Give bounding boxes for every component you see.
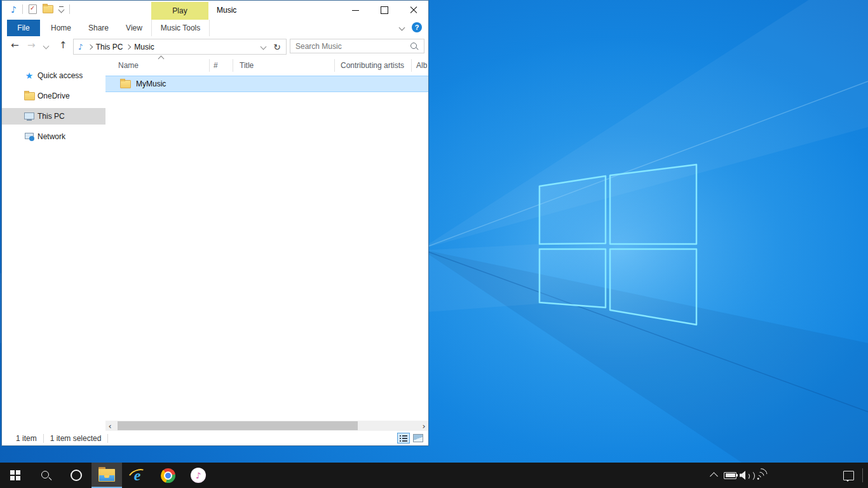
address-bar[interactable]: ♪ This PC Music ↻: [73, 39, 287, 55]
column-header-name[interactable]: Name: [118, 61, 139, 70]
wifi-icon: [753, 468, 768, 483]
large-icons-view-button[interactable]: [412, 433, 424, 444]
status-bar: 1 item 1 item selected: [2, 431, 428, 445]
column-separator[interactable]: [233, 59, 233, 72]
chrome-icon: [161, 468, 175, 483]
tab-view[interactable]: View: [118, 20, 151, 36]
tab-home[interactable]: Home: [44, 20, 78, 36]
title-bar: ♪ ✓ Play Music: [2, 1, 428, 20]
file-explorer-icon: [98, 469, 115, 482]
close-icon: [410, 6, 417, 14]
file-name: MyMusic: [136, 79, 166, 88]
scroll-left-arrow-icon[interactable]: ‹: [105, 421, 114, 431]
search-icon[interactable]: [410, 42, 419, 51]
itunes-icon: ♪: [191, 468, 206, 483]
battery-status-icon[interactable]: [722, 463, 738, 488]
ribbon-tabs: File Home Share View Music Tools ?: [2, 20, 428, 37]
taskbar: e ♪: [0, 463, 868, 488]
expand-ribbon-chevron-icon[interactable]: [399, 24, 405, 30]
breadcrumb-music[interactable]: Music: [130, 43, 158, 51]
help-icon[interactable]: ?: [412, 22, 422, 32]
taskbar-chrome-button[interactable]: [153, 463, 183, 488]
start-button[interactable]: [0, 463, 31, 488]
column-header-album[interactable]: Alb: [416, 61, 427, 70]
column-separator[interactable]: [209, 59, 210, 72]
minimize-icon: [352, 10, 359, 11]
internet-explorer-icon: e: [128, 467, 146, 484]
battery-icon: [724, 472, 736, 479]
sidebar-item-label: Network: [37, 132, 65, 141]
volume-button[interactable]: [737, 463, 754, 488]
separator: [69, 4, 70, 14]
computer-icon: [24, 112, 34, 121]
file-row-mymusic[interactable]: MyMusic: [105, 76, 428, 92]
search-input[interactable]: Search Music: [290, 39, 424, 53]
sidebar-item-this-pc[interactable]: This PC: [2, 108, 105, 125]
taskbar-itunes-button[interactable]: ♪: [183, 463, 214, 488]
forward-button[interactable]: →: [27, 41, 36, 50]
close-button[interactable]: [399, 1, 428, 20]
recent-locations-chevron-icon[interactable]: [43, 43, 50, 50]
star-icon: ★: [25, 71, 34, 80]
minimize-button[interactable]: [341, 1, 370, 20]
details-view-button[interactable]: [397, 433, 410, 444]
items-count: 1 item: [16, 434, 37, 443]
show-hidden-icons-button[interactable]: [705, 463, 722, 488]
tab-music-tools[interactable]: Music Tools: [151, 20, 210, 36]
navigation-pane: ★ Quick access OneDrive This PC Network: [2, 56, 105, 431]
column-header-number[interactable]: #: [214, 61, 218, 70]
back-button[interactable]: ←: [11, 41, 19, 50]
network-button[interactable]: [752, 463, 769, 488]
sidebar-item-onedrive[interactable]: OneDrive: [2, 88, 105, 104]
windows-logo-icon: [10, 470, 20, 480]
taskbar-internet-explorer-button[interactable]: e: [122, 463, 153, 488]
up-button[interactable]: ↑: [59, 41, 67, 50]
separator: [22, 4, 23, 14]
new-folder-icon[interactable]: [43, 5, 53, 13]
cortana-button[interactable]: [61, 463, 92, 488]
tab-file[interactable]: File: [7, 20, 40, 36]
breadcrumb-this-pc[interactable]: This PC: [92, 43, 127, 51]
column-header-title[interactable]: Title: [240, 61, 254, 70]
taskbar-file-explorer-button[interactable]: [92, 463, 122, 488]
music-note-icon: ♪: [11, 5, 17, 14]
file-list: Name # Title Contributing artists Alb My…: [105, 56, 428, 431]
address-dropdown-chevron-icon[interactable]: [261, 44, 267, 50]
sidebar-item-label: This PC: [37, 112, 65, 121]
folder-icon: [24, 92, 35, 100]
separator: [107, 434, 108, 443]
column-header-contributing-artists[interactable]: Contributing artists: [341, 61, 404, 70]
speaker-icon: [740, 471, 751, 480]
action-center-button[interactable]: [839, 463, 858, 488]
details-view-icon: [400, 435, 407, 442]
scroll-right-arrow-icon[interactable]: ›: [419, 421, 428, 431]
column-separator[interactable]: [334, 59, 335, 72]
show-desktop-button[interactable]: [862, 468, 863, 482]
horizontal-scrollbar[interactable]: ‹ ›: [105, 421, 428, 431]
sidebar-item-label: OneDrive: [37, 92, 70, 100]
contextual-tab-play[interactable]: Play: [151, 2, 208, 20]
selection-count: 1 item selected: [50, 434, 102, 443]
search-placeholder: Search Music: [295, 42, 342, 51]
search-icon: [41, 470, 51, 481]
cortana-circle-icon: [71, 470, 82, 481]
customize-qat-dropdown-icon[interactable]: [59, 6, 64, 12]
refresh-icon[interactable]: ↻: [273, 42, 281, 52]
navigation-toolbar: ← → ↑ ♪ This PC Music ↻ Search Music: [2, 36, 428, 57]
window-title: Music: [217, 6, 236, 15]
taskbar-search-button[interactable]: [31, 463, 61, 488]
tab-share[interactable]: Share: [82, 20, 115, 36]
separator: [43, 434, 44, 443]
maximize-button[interactable]: [370, 1, 399, 20]
quick-access-toolbar: ♪ ✓: [11, 4, 70, 14]
folder-icon: [120, 80, 131, 88]
scrollbar-thumb[interactable]: [118, 421, 358, 430]
network-icon: [24, 133, 34, 141]
maximize-icon: [381, 6, 388, 14]
sidebar-item-quick-access[interactable]: ★ Quick access: [2, 67, 105, 84]
file-explorer-window: ♪ ✓ Play Music File Home Share View Musi…: [1, 0, 429, 446]
properties-icon[interactable]: ✓: [29, 4, 37, 14]
column-separator[interactable]: [411, 59, 412, 72]
sidebar-item-network[interactable]: Network: [2, 128, 105, 145]
sort-ascending-icon: [158, 56, 165, 62]
